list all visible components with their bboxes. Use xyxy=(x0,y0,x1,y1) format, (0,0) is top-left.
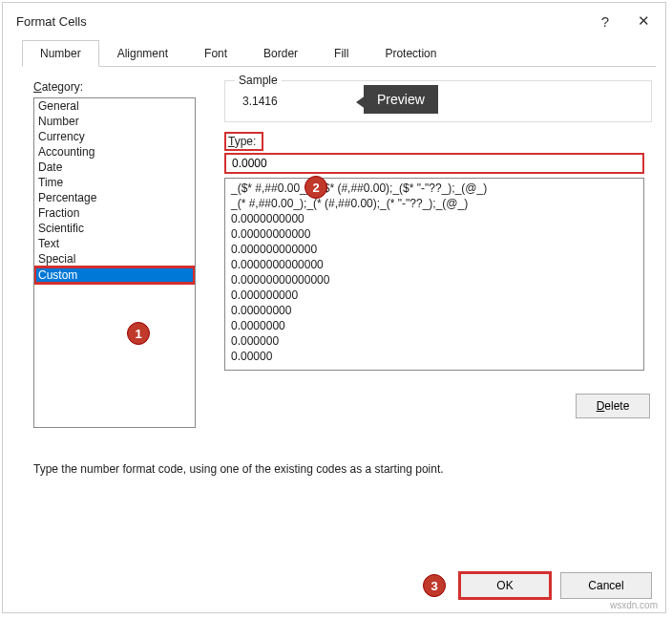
list-item[interactable]: 0.000000 xyxy=(229,333,640,349)
list-item[interactable]: Special xyxy=(34,251,195,267)
window-controls: ? ✕ xyxy=(596,12,656,30)
tab-alignment[interactable]: Alignment xyxy=(99,40,186,67)
list-item[interactable]: 0.0000000 xyxy=(229,318,640,333)
hint-text: Type the number format code, using one o… xyxy=(33,462,652,476)
format-cells-dialog: Format Cells ? ✕ Preview Number Alignmen… xyxy=(2,2,666,613)
list-item[interactable]: Time xyxy=(34,175,195,190)
list-item[interactable]: 0.00000 xyxy=(229,349,640,364)
list-item[interactable]: 0.00000000000 xyxy=(229,226,640,242)
list-item-selected[interactable]: Custom xyxy=(34,267,195,284)
sample-group: Sample 3.1416 xyxy=(224,80,652,122)
format-listbox[interactable]: _($* #,##0.00_);_($* (#,##0.00);_($* "-"… xyxy=(224,178,644,371)
annotation-badge-2: 2 xyxy=(304,176,327,199)
annotation-badge-1: 1 xyxy=(127,322,150,345)
category-listbox[interactable]: General Number Currency Accounting Date … xyxy=(33,97,196,428)
tab-border[interactable]: Border xyxy=(245,40,316,67)
tab-strip: Number Alignment Font Border Fill Protec… xyxy=(22,39,656,67)
list-item[interactable]: 0.0000000000 xyxy=(229,211,640,226)
dialog-content: Category: General Number Currency Accoun… xyxy=(3,67,665,485)
list-item[interactable]: Accounting xyxy=(34,144,195,160)
list-item[interactable]: Scientific xyxy=(34,221,195,236)
list-item[interactable]: _($* #,##0.00_);_($* (#,##0.00);_($* "-"… xyxy=(229,181,640,196)
type-label: Type: xyxy=(224,132,263,151)
list-item[interactable]: Currency xyxy=(34,129,195,144)
list-item[interactable]: Date xyxy=(34,160,195,175)
list-item[interactable]: 0.00000000 xyxy=(229,303,640,318)
preview-callout: Preview xyxy=(364,85,438,114)
list-item[interactable]: Number xyxy=(34,114,195,129)
list-item[interactable]: 0.00000000000000 xyxy=(229,272,640,288)
list-item[interactable]: Fraction xyxy=(34,205,195,221)
ok-button[interactable]: OK xyxy=(459,572,551,599)
close-icon[interactable]: ✕ xyxy=(632,12,656,30)
list-item[interactable]: Percentage xyxy=(34,190,195,205)
tab-protection[interactable]: Protection xyxy=(367,40,454,67)
category-label: Category: xyxy=(33,80,205,94)
type-input[interactable] xyxy=(224,153,644,174)
list-item[interactable]: _(* #,##0.00_);_(* (#,##0.00);_(* "-"??_… xyxy=(229,196,640,211)
cancel-button[interactable]: Cancel xyxy=(560,572,652,599)
sample-value: 3.1416 xyxy=(239,95,638,108)
list-item[interactable]: Text xyxy=(34,236,195,251)
dialog-button-row: OK Cancel xyxy=(459,572,652,599)
titlebar: Format Cells ? ✕ xyxy=(3,3,665,39)
list-item[interactable]: 0.0000000000000 xyxy=(229,257,640,272)
list-item[interactable]: 0.000000000 xyxy=(229,288,640,303)
dialog-title: Format Cells xyxy=(16,14,87,29)
tab-font[interactable]: Font xyxy=(186,40,245,67)
watermark: wsxdn.com xyxy=(610,600,658,610)
list-item[interactable]: General xyxy=(34,98,195,114)
list-item[interactable]: 0.000000000000 xyxy=(229,242,640,257)
delete-button[interactable]: Delete xyxy=(576,394,650,418)
annotation-badge-3: 3 xyxy=(423,574,446,597)
sample-legend: Sample xyxy=(235,74,282,87)
preview-callout-label: Preview xyxy=(377,92,425,107)
tab-fill[interactable]: Fill xyxy=(316,40,367,67)
help-icon[interactable]: ? xyxy=(596,13,615,30)
tab-number[interactable]: Number xyxy=(22,40,99,67)
